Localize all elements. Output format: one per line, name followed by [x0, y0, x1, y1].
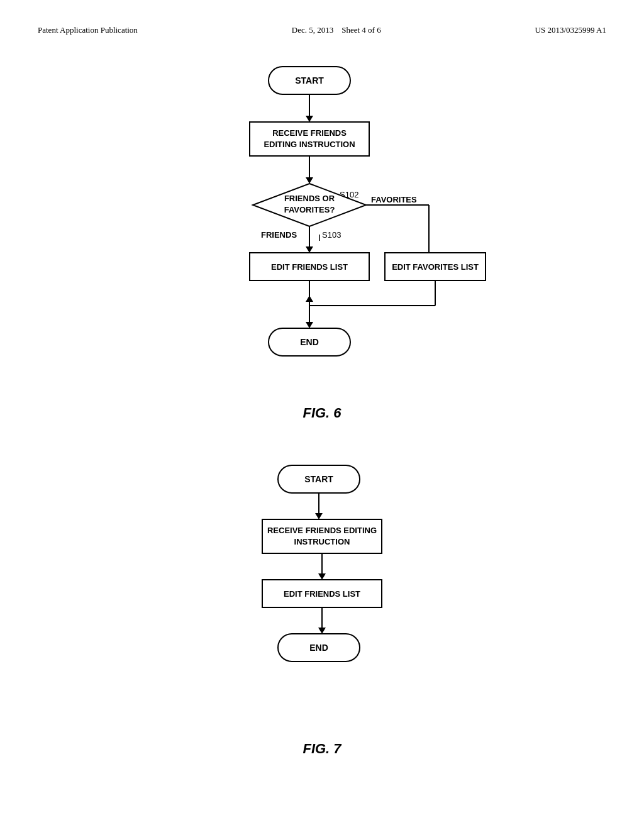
fig7-label: FIG. 7: [303, 741, 341, 757]
fig7-flowchart: START S201 RECEIVE FRIENDS EDITING INSTR…: [38, 459, 606, 757]
svg-text:END: END: [309, 643, 328, 653]
page-header: Patent Application Publication Dec. 5, 2…: [38, 25, 606, 35]
page: Patent Application Publication Dec. 5, 2…: [0, 0, 644, 830]
svg-text:FRIENDS: FRIENDS: [261, 230, 297, 240]
svg-text:START: START: [295, 75, 324, 86]
svg-text:FAVORITES: FAVORITES: [371, 195, 417, 204]
header-center: Dec. 5, 2013 Sheet 4 of 6: [292, 25, 381, 35]
svg-text:RECEIVE FRIENDS EDITING: RECEIVE FRIENDS EDITING: [267, 526, 377, 535]
svg-rect-45: [262, 519, 382, 553]
svg-text:EDITING INSTRUCTION: EDITING INSTRUCTION: [264, 140, 355, 149]
svg-marker-3: [306, 116, 313, 122]
svg-marker-36: [306, 322, 313, 328]
fig6-flowchart: START S101 RECEIVE FRIENDS EDITING INSTR…: [38, 60, 606, 421]
fig6-label: FIG. 6: [303, 405, 341, 421]
svg-marker-49: [318, 573, 326, 580]
header-right: US 2013/0325999 A1: [535, 25, 606, 35]
svg-text:RECEIVE FRIENDS: RECEIVE FRIENDS: [272, 128, 347, 138]
svg-text:EDIT FAVORITES LIST: EDIT FAVORITES LIST: [392, 262, 479, 272]
svg-text:EDIT FRIENDS LIST: EDIT FRIENDS LIST: [284, 589, 360, 599]
fig6-container: START S101 RECEIVE FRIENDS EDITING INSTR…: [140, 60, 504, 390]
svg-text:START: START: [304, 474, 333, 484]
fig6-svg: START S101 RECEIVE FRIENDS EDITING INSTR…: [140, 60, 504, 387]
fig7-svg: START S201 RECEIVE FRIENDS EDITING INSTR…: [196, 459, 448, 723]
svg-text:S103: S103: [322, 230, 341, 240]
svg-marker-21: [306, 246, 313, 253]
svg-text:EDIT FRIENDS LIST: EDIT FRIENDS LIST: [271, 262, 348, 272]
svg-marker-42: [315, 513, 323, 519]
svg-text:FAVORITES?: FAVORITES?: [284, 205, 335, 214]
header-left: Patent Application Publication: [38, 25, 138, 35]
svg-text:INSTRUCTION: INSTRUCTION: [294, 537, 350, 546]
svg-marker-10: [306, 177, 313, 184]
svg-text:END: END: [300, 337, 319, 347]
svg-text:FRIENDS OR: FRIENDS OR: [284, 194, 335, 203]
diagrams-container: START S101 RECEIVE FRIENDS EDITING INSTR…: [38, 60, 606, 757]
svg-rect-6: [250, 122, 369, 156]
fig7-container: START S201 RECEIVE FRIENDS EDITING INSTR…: [196, 459, 448, 726]
svg-marker-55: [318, 628, 326, 634]
